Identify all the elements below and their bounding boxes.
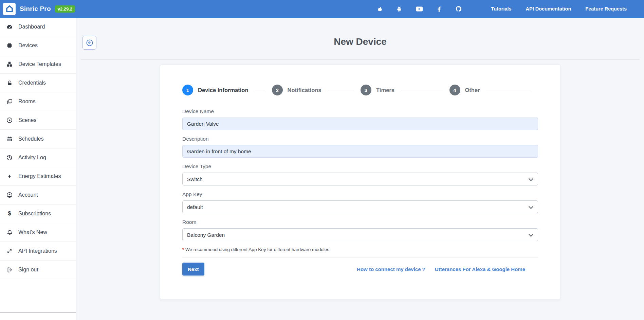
sidebar-item-energy-estimates[interactable]: Energy Estimates: [0, 167, 76, 186]
step-connector-line: [401, 90, 443, 90]
sidebar-item-devices[interactable]: Devices: [0, 36, 76, 55]
sign-out-icon: [5, 267, 14, 273]
note-text: We recommend using different App Key for…: [184, 247, 329, 252]
calendar-icon: [5, 136, 14, 142]
room-field-group: Room Balcony Garden: [182, 219, 538, 241]
play-circle-icon: [5, 117, 14, 123]
sidebar-item-subscriptions[interactable]: $ Subscriptions: [0, 205, 76, 223]
sidebar-item-rooms[interactable]: Rooms: [0, 92, 76, 111]
step-label: Device Information: [198, 87, 249, 93]
version-badge: v2.29.2: [55, 5, 75, 13]
device-type-select[interactable]: Switch: [182, 173, 538, 185]
app-key-select[interactable]: default: [182, 200, 538, 213]
step-notifications[interactable]: 2 Notifications: [272, 85, 361, 95]
expand-arrows-icon: [5, 248, 14, 254]
step-label: Notifications: [288, 87, 321, 93]
brand[interactable]: Sinric Pro v2.29.2: [3, 3, 75, 15]
sidebar-item-activity-log[interactable]: Activity Log: [0, 148, 76, 167]
sidebar-item-scenes[interactable]: Scenes: [0, 111, 76, 130]
step-device-information[interactable]: 1 Device Information: [182, 85, 272, 95]
description-input[interactable]: [182, 145, 538, 158]
back-button[interactable]: [82, 36, 96, 50]
sidebar-item-label: Account: [18, 192, 38, 198]
room-select[interactable]: Balcony Garden: [182, 228, 538, 241]
sidebar-item-label: Energy Estimates: [18, 173, 61, 179]
android-icon[interactable]: [389, 6, 409, 12]
bell-icon: [5, 230, 14, 235]
clone-icon: [5, 99, 14, 105]
sidebar-item-label: Rooms: [18, 99, 36, 105]
gauge-icon: [5, 24, 14, 30]
apple-icon[interactable]: [370, 6, 389, 12]
page-title: New Device: [76, 18, 644, 47]
arrow-left-circle-icon: [86, 39, 93, 47]
sidebar-item-account[interactable]: Account: [0, 186, 76, 205]
sinric-home-logo-icon: [3, 3, 16, 15]
sidebar-item-label: Activity Log: [18, 155, 46, 161]
step-number: 4: [449, 85, 460, 95]
step-label: Timers: [376, 87, 394, 93]
bolt-icon: [5, 174, 14, 179]
device-type-label: Device Type: [182, 163, 538, 170]
help-links: How to connect my device ? Utterances Fo…: [347, 266, 525, 272]
header-divider: [81, 59, 640, 60]
sidebar-item-api-integrations[interactable]: API Integrations: [0, 242, 76, 261]
sidebar-item-wall-of-love[interactable]: Wall of love: [0, 312, 76, 320]
step-connector-line: [486, 90, 531, 90]
facebook-icon[interactable]: [429, 6, 449, 12]
step-label: Other: [465, 87, 480, 93]
app-key-select-wrap: default: [182, 200, 538, 213]
device-name-label: Device Name: [182, 108, 538, 114]
room-label: Room: [182, 219, 538, 225]
nav-link-tutorials[interactable]: Tutorials: [484, 6, 518, 12]
device-information-form: Device Name Description Device Type Swit…: [182, 108, 538, 275]
app-key-label: App Key: [182, 191, 538, 197]
main-content: New Device 1 Device Information 2 Notifi…: [76, 0, 644, 300]
sidebar-item-whats-new[interactable]: What's New: [0, 223, 76, 242]
navbar-social-icons: [370, 6, 468, 12]
new-device-card: 1 Device Information 2 Notifications 3 T…: [160, 65, 560, 300]
sidebar-item-label: Schedules: [18, 136, 44, 142]
sidebar: Dashboard Devices Device Templates Crede…: [0, 18, 76, 320]
dollar-icon: $: [5, 210, 14, 217]
history-icon: [5, 155, 14, 161]
sidebar-item-device-templates[interactable]: Device Templates: [0, 55, 76, 74]
sidebar-item-schedules[interactable]: Schedules: [0, 130, 76, 148]
nav-link-feature-requests[interactable]: Feature Requests: [578, 6, 634, 12]
sidebar-item-label: Dashboard: [18, 24, 45, 30]
app-key-note: * We recommend using different App Key f…: [182, 247, 538, 252]
sidebar-item-label: Credentials: [18, 80, 46, 86]
device-name-field-group: Device Name: [182, 108, 538, 130]
cubes-icon: [5, 61, 14, 67]
sidebar-item-label: Scenes: [18, 117, 36, 123]
app-key-field-group: App Key default: [182, 191, 538, 213]
step-number: 2: [272, 85, 283, 95]
step-connector-line: [255, 90, 265, 90]
github-icon[interactable]: [449, 6, 468, 12]
next-button[interactable]: Next: [182, 263, 204, 275]
step-number: 3: [361, 85, 371, 95]
sidebar-item-sign-out[interactable]: Sign out: [0, 261, 76, 279]
actions-row: Next How to connect my device ? Utteranc…: [182, 257, 538, 275]
step-connector-line: [328, 90, 354, 90]
description-field-group: Description: [182, 136, 538, 158]
step-timers[interactable]: 3 Timers: [361, 85, 449, 95]
youtube-icon[interactable]: [409, 6, 429, 12]
navbar-links: Tutorials API Documentation Feature Requ…: [484, 6, 634, 12]
device-name-input[interactable]: [182, 118, 538, 130]
description-label: Description: [182, 136, 538, 142]
sidebar-item-label: Device Templates: [18, 61, 61, 67]
sidebar-item-dashboard[interactable]: Dashboard: [0, 18, 76, 36]
nav-link-api-documentation[interactable]: API Documentation: [519, 6, 578, 12]
sidebar-item-credentials[interactable]: Credentials: [0, 74, 76, 92]
utterances-link[interactable]: Utterances For Alexa & Google Home: [435, 266, 525, 272]
device-type-select-wrap: Switch: [182, 173, 538, 185]
user-circle-icon: [5, 192, 14, 198]
room-select-wrap: Balcony Garden: [182, 228, 538, 241]
step-other[interactable]: 4 Other: [449, 85, 538, 95]
step-number: 1: [182, 85, 193, 95]
sidebar-item-label: Subscriptions: [18, 211, 51, 217]
microchip-icon: [5, 42, 14, 49]
how-to-connect-link[interactable]: How to connect my device ?: [357, 266, 425, 272]
sidebar-item-label: API Integrations: [18, 248, 57, 254]
